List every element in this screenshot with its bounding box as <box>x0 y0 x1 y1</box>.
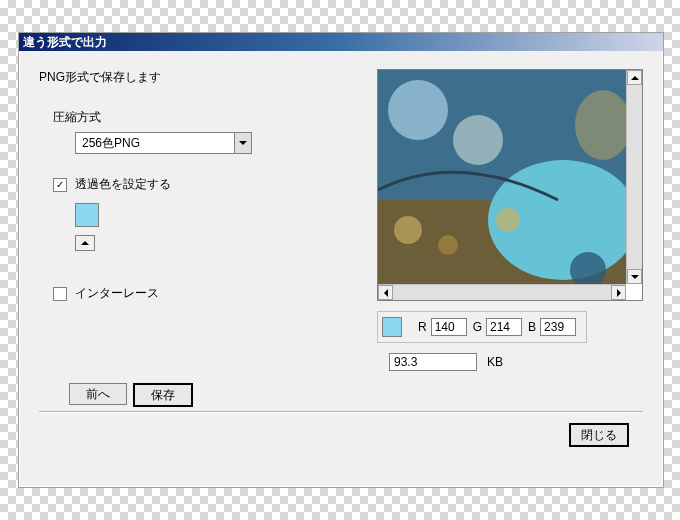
g-value: 214 <box>486 318 522 336</box>
g-label: G <box>473 320 482 334</box>
scroll-right-button[interactable] <box>611 285 626 300</box>
window-title: 違う形式で出力 <box>23 34 107 51</box>
save-button[interactable]: 保存 <box>133 383 193 407</box>
chevron-down-icon <box>631 275 639 279</box>
title-bar[interactable]: 違う形式で出力 <box>19 33 663 51</box>
transparency-checkbox-row[interactable]: ✓ 透過色を設定する <box>53 176 283 193</box>
transparency-label: 透過色を設定する <box>75 176 171 193</box>
separator <box>39 411 643 413</box>
interlace-label: インターレース <box>75 285 159 302</box>
chevron-down-icon <box>239 141 247 145</box>
back-button[interactable]: 前へ <box>69 383 127 405</box>
svg-point-7 <box>438 235 458 255</box>
svg-point-3 <box>453 115 503 165</box>
compression-label: 圧縮方式 <box>53 109 283 126</box>
close-button[interactable]: 閉じる <box>569 423 629 447</box>
color-picker-button[interactable] <box>75 235 95 251</box>
chevron-right-icon <box>617 289 621 297</box>
r-value: 140 <box>431 318 467 336</box>
compression-dropdown[interactable]: 256色PNG <box>75 132 252 154</box>
preview-scrollbar-horizontal[interactable] <box>378 284 626 300</box>
scroll-left-button[interactable] <box>378 285 393 300</box>
svg-point-8 <box>496 208 520 232</box>
svg-point-6 <box>394 216 422 244</box>
scroll-down-button[interactable] <box>627 269 642 284</box>
rgb-readout: R 140 G 214 B 239 <box>377 311 587 343</box>
filesize-readout: 93.3 KB <box>389 353 503 371</box>
transparency-color-swatch[interactable] <box>75 203 99 227</box>
transparency-checkbox[interactable]: ✓ <box>53 178 67 192</box>
filesize-unit: KB <box>487 355 503 369</box>
chevron-left-icon <box>384 289 388 297</box>
filesize-value: 93.3 <box>389 353 477 371</box>
preview-image <box>378 70 626 284</box>
r-label: R <box>418 320 427 334</box>
chevron-up-icon <box>631 76 639 80</box>
interlace-checkbox-row[interactable]: インターレース <box>53 285 283 302</box>
rgb-color-swatch <box>382 317 402 337</box>
chevron-up-icon <box>81 241 89 245</box>
preview-pane <box>377 69 643 301</box>
interlace-checkbox[interactable] <box>53 287 67 301</box>
b-value: 239 <box>540 318 576 336</box>
b-label: B <box>528 320 536 334</box>
dropdown-button[interactable] <box>234 133 251 153</box>
dialog-window: 違う形式で出力 PNG形式で保存します 圧縮方式 256色PNG ✓ 透過色を設… <box>18 32 664 488</box>
svg-point-2 <box>388 80 448 140</box>
scroll-up-button[interactable] <box>627 70 642 85</box>
compression-selected: 256色PNG <box>76 135 234 152</box>
preview-scrollbar-vertical[interactable] <box>626 70 642 284</box>
